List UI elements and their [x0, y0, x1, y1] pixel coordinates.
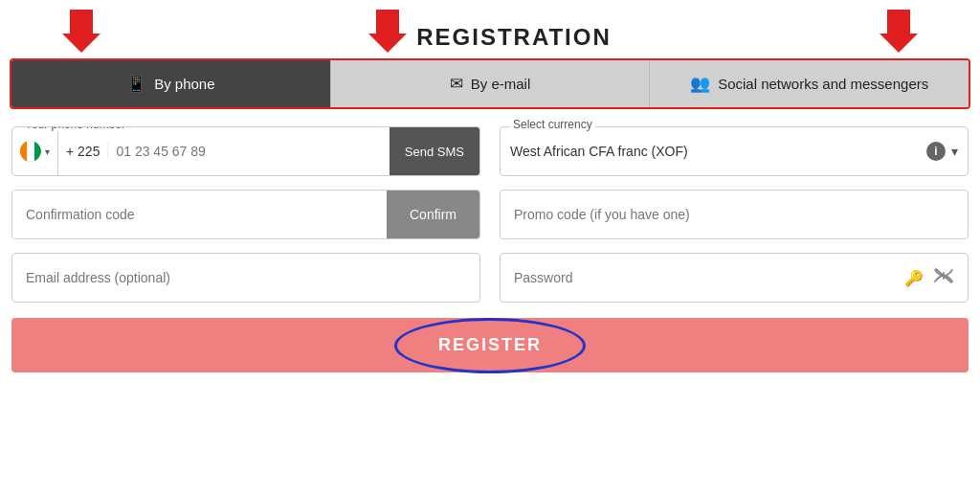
tab-by-email[interactable]: ✉ By e-mail	[331, 60, 651, 107]
registration-form: Your phone number ▾ + 225 Send SMS Selec…	[10, 126, 970, 372]
currency-chevron-icon[interactable]: ▾	[951, 144, 958, 159]
eye-slash-icon[interactable]	[933, 268, 954, 287]
phone-label: Your phone number	[22, 126, 128, 131]
svg-rect-5	[27, 141, 34, 162]
currency-controls: i ▾	[926, 142, 958, 161]
currency-label: Select currency	[510, 118, 595, 131]
country-selector[interactable]: ▾	[12, 127, 58, 175]
key-icon[interactable]: 🔑	[904, 269, 924, 287]
currency-info-icon[interactable]: i	[926, 142, 946, 161]
password-field: 🔑	[500, 253, 969, 303]
svg-line-6	[936, 269, 951, 282]
promo-code-input[interactable]	[514, 207, 954, 222]
password-input[interactable]	[514, 270, 904, 285]
phone-tab-label: By phone	[154, 76, 214, 92]
registration-tabs: 📱 By phone ✉ By e-mail 👥 Social networks…	[10, 58, 970, 109]
email-tab-label: By e-mail	[471, 76, 531, 92]
arrow-down-left-icon	[62, 10, 100, 53]
confirmation-code-input[interactable]	[12, 191, 387, 238]
registration-page: REGISTRATION 📱 By phone ✉ By e-mail 👥 So…	[0, 0, 980, 495]
svg-marker-2	[880, 10, 918, 53]
flag-chevron-icon: ▾	[45, 146, 50, 157]
email-input[interactable]	[26, 270, 466, 285]
phone-field: Your phone number ▾ + 225 Send SMS	[11, 126, 480, 176]
phone-tab-icon: 📱	[126, 74, 146, 94]
register-button[interactable]: REGISTER	[11, 318, 969, 372]
currency-value: West African CFA franc (XOF)	[510, 144, 926, 159]
send-sms-button[interactable]: Send SMS	[390, 127, 479, 175]
phone-number-input[interactable]	[108, 127, 389, 175]
arrow-down-right-icon	[880, 10, 918, 53]
promo-field	[500, 190, 969, 239]
confirm-button[interactable]: Confirm	[387, 191, 479, 238]
email-field	[11, 253, 480, 303]
svg-rect-4	[20, 141, 28, 162]
social-tab-icon: 👥	[690, 74, 710, 94]
confirmation-field: Confirm	[11, 190, 480, 239]
password-icons: 🔑	[904, 268, 954, 287]
phone-prefix: + 225	[58, 144, 108, 159]
arrow-down-center-icon	[368, 10, 407, 53]
social-tab-label: Social networks and messengers	[718, 76, 928, 92]
tab-by-phone[interactable]: 📱 By phone	[11, 60, 331, 107]
flag-icon	[20, 141, 41, 162]
svg-marker-1	[368, 10, 407, 53]
currency-field: Select currency West African CFA franc (…	[500, 126, 969, 176]
svg-marker-0	[62, 10, 100, 53]
register-section: REGISTER	[11, 318, 969, 372]
tab-social[interactable]: 👥 Social networks and messengers	[650, 60, 969, 107]
email-tab-icon: ✉	[450, 74, 463, 94]
page-title: REGISTRATION	[416, 24, 612, 53]
